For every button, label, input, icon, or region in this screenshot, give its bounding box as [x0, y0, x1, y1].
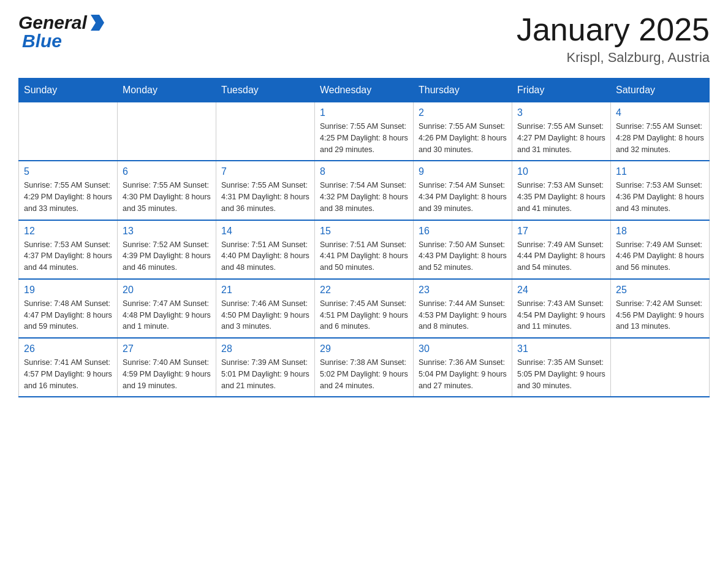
- day-number: 29: [320, 343, 408, 354]
- calendar-cell: 17Sunrise: 7:49 AM Sunset: 4:44 PM Dayli…: [512, 220, 611, 279]
- calendar-cell: 27Sunrise: 7:40 AM Sunset: 4:59 PM Dayli…: [118, 338, 216, 397]
- day-info: Sunrise: 7:39 AM Sunset: 5:01 PM Dayligh…: [221, 357, 309, 391]
- day-number: 2: [419, 107, 507, 118]
- day-info: Sunrise: 7:44 AM Sunset: 4:53 PM Dayligh…: [419, 298, 507, 332]
- col-tuesday: Tuesday: [216, 79, 315, 102]
- day-info: Sunrise: 7:49 AM Sunset: 4:46 PM Dayligh…: [616, 239, 704, 274]
- col-wednesday: Wednesday: [315, 79, 414, 102]
- day-number: 16: [419, 226, 507, 237]
- day-info: Sunrise: 7:40 AM Sunset: 4:59 PM Dayligh…: [123, 357, 211, 391]
- calendar-cell: 22Sunrise: 7:45 AM Sunset: 4:51 PM Dayli…: [315, 279, 414, 338]
- calendar-cell: 1Sunrise: 7:55 AM Sunset: 4:25 PM Daylig…: [315, 102, 414, 161]
- calendar-table: Sunday Monday Tuesday Wednesday Thursday…: [18, 78, 710, 397]
- day-info: Sunrise: 7:53 AM Sunset: 4:35 PM Dayligh…: [517, 180, 605, 214]
- day-number: 25: [616, 285, 704, 296]
- calendar-cell: 19Sunrise: 7:48 AM Sunset: 4:47 PM Dayli…: [19, 279, 118, 338]
- calendar-cell: 25Sunrise: 7:42 AM Sunset: 4:56 PM Dayli…: [611, 279, 710, 338]
- day-number: 22: [320, 285, 408, 296]
- day-info: Sunrise: 7:43 AM Sunset: 4:54 PM Dayligh…: [517, 298, 605, 332]
- col-sunday: Sunday: [19, 79, 118, 102]
- calendar-cell: 4Sunrise: 7:55 AM Sunset: 4:28 PM Daylig…: [611, 102, 710, 161]
- day-info: Sunrise: 7:47 AM Sunset: 4:48 PM Dayligh…: [123, 298, 211, 332]
- logo-general-text: General: [18, 12, 87, 33]
- day-info: Sunrise: 7:38 AM Sunset: 5:02 PM Dayligh…: [320, 357, 408, 391]
- day-info: Sunrise: 7:49 AM Sunset: 4:44 PM Dayligh…: [517, 239, 605, 274]
- day-number: 19: [24, 285, 112, 296]
- day-info: Sunrise: 7:53 AM Sunset: 4:37 PM Dayligh…: [24, 239, 112, 274]
- day-number: 6: [123, 166, 211, 177]
- calendar-cell: 8Sunrise: 7:54 AM Sunset: 4:32 PM Daylig…: [315, 161, 414, 220]
- day-number: 4: [616, 107, 704, 118]
- logo: General Blue: [18, 12, 104, 52]
- day-info: Sunrise: 7:55 AM Sunset: 4:25 PM Dayligh…: [320, 121, 408, 155]
- day-number: 20: [123, 285, 211, 296]
- calendar-cell: 15Sunrise: 7:51 AM Sunset: 4:41 PM Dayli…: [315, 220, 414, 279]
- day-number: 17: [517, 226, 605, 237]
- col-friday: Friday: [512, 79, 611, 102]
- calendar-week-row: 12Sunrise: 7:53 AM Sunset: 4:37 PM Dayli…: [19, 220, 710, 279]
- col-monday: Monday: [118, 79, 216, 102]
- day-info: Sunrise: 7:53 AM Sunset: 4:36 PM Dayligh…: [616, 180, 704, 214]
- day-number: 7: [221, 166, 309, 177]
- calendar-cell: 31Sunrise: 7:35 AM Sunset: 5:05 PM Dayli…: [512, 338, 611, 397]
- day-info: Sunrise: 7:36 AM Sunset: 5:04 PM Dayligh…: [419, 357, 507, 391]
- logo-blue-text: Blue: [20, 31, 62, 52]
- calendar-cell: 7Sunrise: 7:55 AM Sunset: 4:31 PM Daylig…: [216, 161, 315, 220]
- logo-arrow-icon: [91, 15, 104, 31]
- day-number: 31: [517, 343, 605, 354]
- calendar-week-row: 19Sunrise: 7:48 AM Sunset: 4:47 PM Dayli…: [19, 279, 710, 338]
- day-number: 10: [517, 166, 605, 177]
- day-number: 28: [221, 343, 309, 354]
- calendar-cell: 2Sunrise: 7:55 AM Sunset: 4:26 PM Daylig…: [414, 102, 512, 161]
- day-info: Sunrise: 7:55 AM Sunset: 4:28 PM Dayligh…: [616, 121, 704, 155]
- day-number: 1: [320, 107, 408, 118]
- calendar-title: January 2025: [517, 12, 710, 47]
- day-number: 27: [123, 343, 211, 354]
- calendar-cell: 28Sunrise: 7:39 AM Sunset: 5:01 PM Dayli…: [216, 338, 315, 397]
- day-number: 9: [419, 166, 507, 177]
- calendar-cell: 26Sunrise: 7:41 AM Sunset: 4:57 PM Dayli…: [19, 338, 118, 397]
- day-number: 23: [419, 285, 507, 296]
- day-number: 30: [419, 343, 507, 354]
- day-number: 21: [221, 285, 309, 296]
- day-info: Sunrise: 7:54 AM Sunset: 4:32 PM Dayligh…: [320, 180, 408, 214]
- calendar-cell: 23Sunrise: 7:44 AM Sunset: 4:53 PM Dayli…: [414, 279, 512, 338]
- calendar-cell: 21Sunrise: 7:46 AM Sunset: 4:50 PM Dayli…: [216, 279, 315, 338]
- calendar-cell: 9Sunrise: 7:54 AM Sunset: 4:34 PM Daylig…: [414, 161, 512, 220]
- calendar-week-row: 1Sunrise: 7:55 AM Sunset: 4:25 PM Daylig…: [19, 102, 710, 161]
- calendar-cell: 12Sunrise: 7:53 AM Sunset: 4:37 PM Dayli…: [19, 220, 118, 279]
- day-number: 11: [616, 166, 704, 177]
- calendar-cell: 29Sunrise: 7:38 AM Sunset: 5:02 PM Dayli…: [315, 338, 414, 397]
- day-number: 18: [616, 226, 704, 237]
- day-info: Sunrise: 7:51 AM Sunset: 4:41 PM Dayligh…: [320, 239, 408, 274]
- day-info: Sunrise: 7:42 AM Sunset: 4:56 PM Dayligh…: [616, 298, 704, 332]
- calendar-cell: 18Sunrise: 7:49 AM Sunset: 4:46 PM Dayli…: [611, 220, 710, 279]
- svg-marker-0: [91, 15, 104, 31]
- day-info: Sunrise: 7:55 AM Sunset: 4:29 PM Dayligh…: [24, 180, 112, 214]
- col-saturday: Saturday: [611, 79, 710, 102]
- calendar-week-row: 5Sunrise: 7:55 AM Sunset: 4:29 PM Daylig…: [19, 161, 710, 220]
- calendar-cell: [216, 102, 315, 161]
- calendar-week-row: 26Sunrise: 7:41 AM Sunset: 4:57 PM Dayli…: [19, 338, 710, 397]
- calendar-cell: 11Sunrise: 7:53 AM Sunset: 4:36 PM Dayli…: [611, 161, 710, 220]
- day-info: Sunrise: 7:55 AM Sunset: 4:27 PM Dayligh…: [517, 121, 605, 155]
- calendar-cell: [118, 102, 216, 161]
- day-number: 13: [123, 226, 211, 237]
- day-number: 8: [320, 166, 408, 177]
- day-number: 14: [221, 226, 309, 237]
- calendar-cell: 30Sunrise: 7:36 AM Sunset: 5:04 PM Dayli…: [414, 338, 512, 397]
- day-number: 15: [320, 226, 408, 237]
- day-info: Sunrise: 7:55 AM Sunset: 4:30 PM Dayligh…: [123, 180, 211, 214]
- calendar-cell: 16Sunrise: 7:50 AM Sunset: 4:43 PM Dayli…: [414, 220, 512, 279]
- day-info: Sunrise: 7:54 AM Sunset: 4:34 PM Dayligh…: [419, 180, 507, 214]
- day-number: 26: [24, 343, 112, 354]
- day-number: 24: [517, 285, 605, 296]
- day-info: Sunrise: 7:45 AM Sunset: 4:51 PM Dayligh…: [320, 298, 408, 332]
- day-info: Sunrise: 7:46 AM Sunset: 4:50 PM Dayligh…: [221, 298, 309, 332]
- calendar-cell: 10Sunrise: 7:53 AM Sunset: 4:35 PM Dayli…: [512, 161, 611, 220]
- calendar-cell: 13Sunrise: 7:52 AM Sunset: 4:39 PM Dayli…: [118, 220, 216, 279]
- day-number: 3: [517, 107, 605, 118]
- day-info: Sunrise: 7:41 AM Sunset: 4:57 PM Dayligh…: [24, 357, 112, 391]
- title-area: January 2025 Krispl, Salzburg, Austria: [517, 12, 710, 66]
- day-info: Sunrise: 7:48 AM Sunset: 4:47 PM Dayligh…: [24, 298, 112, 332]
